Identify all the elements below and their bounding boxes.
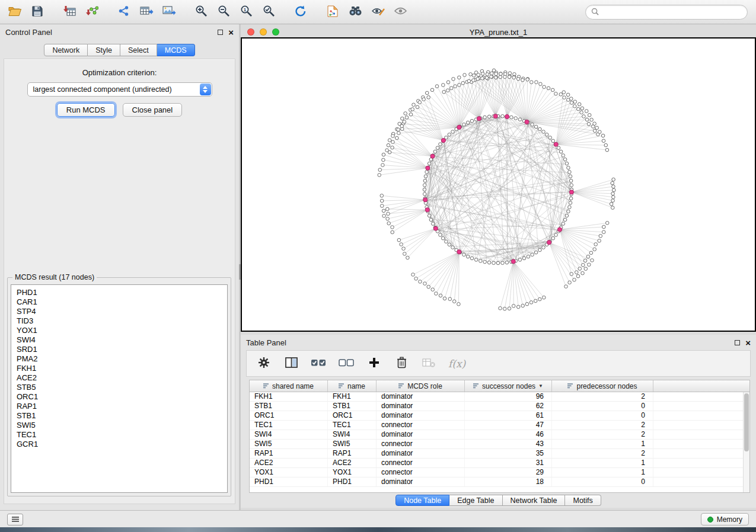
result-item[interactable]: SRD1 [11, 345, 227, 354]
table-scrollbar[interactable] [743, 392, 749, 492]
result-item[interactable]: PHD1 [11, 288, 227, 297]
column-header-shared-name[interactable]: shared name [250, 380, 328, 392]
table-row[interactable]: FKH1FKH1dominator962 [250, 392, 743, 402]
column-header-name[interactable]: name [328, 380, 377, 392]
zoom-selected-button[interactable] [257, 2, 280, 21]
network-canvas[interactable] [241, 37, 756, 332]
table-row[interactable]: YOX1YOX1connector291 [250, 468, 743, 477]
find-button[interactable] [344, 2, 366, 21]
network-window-title: YPA_prune.txt_1 [241, 28, 756, 37]
show-columns-icon [285, 357, 298, 370]
settings-gear-button[interactable] [256, 355, 272, 372]
show-columns-button[interactable] [283, 355, 299, 372]
control-panel: Control Panel × NetworkStyleSelectMCDS O… [0, 24, 239, 510]
close-table-panel-icon[interactable]: × [745, 338, 751, 347]
tab-mcds[interactable]: MCDS [157, 44, 195, 56]
table-row[interactable]: PHD1PHD1dominator180 [250, 477, 743, 487]
column-header-MCDS-role[interactable]: MCDS role [377, 380, 465, 392]
export-image-button[interactable] [158, 2, 180, 21]
zoom-selected-icon [263, 5, 275, 19]
close-panel-button[interactable]: Close panel [123, 103, 183, 117]
export-network-icon [117, 5, 130, 18]
table-row[interactable]: SWI5SWI5connector431 [250, 440, 743, 449]
memory-button[interactable]: Memory [701, 513, 749, 525]
table-row[interactable]: ACE2ACE2connector311 [250, 459, 743, 468]
control-panel-header: Control Panel × [0, 24, 239, 40]
table-row[interactable]: SWI4SWI4dominator462 [250, 430, 743, 440]
optimization-criterion-select[interactable]: largest connected component (undirected) [27, 82, 212, 97]
tab-select[interactable]: Select [120, 44, 157, 56]
annotation-button[interactable] [366, 2, 389, 21]
tab-motifs[interactable]: Motifs [565, 495, 601, 506]
result-item[interactable]: STB1 [11, 411, 227, 421]
result-item[interactable]: STP4 [11, 307, 227, 316]
result-item[interactable]: FKH1 [11, 364, 227, 373]
add-button[interactable] [366, 355, 382, 372]
import-table-button[interactable] [58, 2, 81, 21]
tab-edge-table[interactable]: Edge Table [449, 495, 502, 506]
result-item[interactable]: PMA2 [11, 354, 227, 364]
zoom-in-button[interactable] [190, 2, 212, 21]
tab-network[interactable]: Network [44, 44, 88, 56]
column-header-successor-nodes[interactable]: successor nodes▼ [465, 380, 552, 392]
share-document-button[interactable] [321, 2, 344, 21]
eye-button[interactable] [389, 2, 412, 21]
run-mcds-button[interactable]: Run MCDS [57, 103, 115, 117]
save-session-button[interactable] [26, 2, 49, 21]
zoom-in-icon [195, 5, 208, 19]
table-row[interactable]: TEC1TEC1connector472 [250, 421, 743, 430]
select-all-icon [311, 358, 327, 369]
import-network-button[interactable] [81, 2, 103, 21]
deselect-all-button[interactable] [339, 355, 355, 372]
network-titlebar: YPA_prune.txt_1 [241, 27, 756, 37]
table-row[interactable]: STB1STB1dominator620 [250, 402, 743, 411]
tab-style[interactable]: Style [88, 44, 120, 56]
table-row[interactable]: RAP1RAP1dominator352 [250, 449, 743, 459]
refresh-button[interactable] [289, 2, 312, 21]
node-table-header: shared namenameMCDS rolesuccessor nodes▼… [250, 380, 749, 392]
table-cell: dominator [377, 392, 465, 401]
float-table-panel-icon[interactable] [735, 340, 740, 345]
mcds-result-list[interactable]: PHD1CAR1STP4TID3YOX1SWI4SRD1PMA2FKH1ACE2… [11, 284, 228, 493]
table-row[interactable]: ORC1ORC1dominator610 [250, 411, 743, 421]
tab-node-table[interactable]: Node Table [395, 495, 449, 506]
table-cell: dominator [377, 477, 465, 486]
result-item[interactable]: YOX1 [11, 326, 227, 335]
result-item[interactable]: CAR1 [11, 297, 227, 307]
result-item[interactable]: SWI4 [11, 335, 227, 345]
zoom-out-button[interactable] [212, 2, 235, 21]
column-header-predecessor-nodes[interactable]: predecessor nodes [552, 380, 653, 392]
panel-menu-button[interactable] [7, 514, 23, 525]
close-panel-icon[interactable]: × [228, 28, 234, 37]
save-session-icon [32, 6, 43, 18]
export-network-button[interactable] [113, 2, 135, 21]
result-item[interactable]: TEC1 [11, 430, 227, 440]
result-item[interactable]: GCR1 [11, 440, 227, 449]
open-session-button[interactable] [4, 2, 26, 21]
table-cell: 31 [465, 459, 552, 467]
export-table-button[interactable] [135, 2, 158, 21]
select-all-button[interactable] [311, 355, 327, 372]
network-view-window: YPA_prune.txt_1 [241, 27, 756, 332]
result-item[interactable]: STB5 [11, 383, 227, 392]
result-item[interactable]: SWI5 [11, 421, 227, 430]
tab-network-table[interactable]: Network Table [503, 495, 566, 506]
result-item[interactable]: TID3 [11, 316, 227, 326]
table-scrollbar-thumb[interactable] [744, 393, 749, 451]
eye-icon [394, 7, 407, 17]
result-item[interactable]: ORC1 [11, 392, 227, 402]
search-input[interactable] [602, 8, 742, 17]
application-window: 1 Control Panel × NetworkStyleSelectMCDS… [0, 0, 756, 532]
toolbar-buttons: 1 [4, 2, 412, 21]
delete-button[interactable] [394, 355, 409, 372]
network-graph [242, 39, 755, 331]
table-cell: FKH1 [328, 392, 377, 401]
result-item[interactable]: RAP1 [11, 402, 227, 411]
table-cell: SWI5 [328, 440, 377, 448]
float-panel-icon[interactable] [218, 30, 223, 35]
column-header-label: predecessor nodes [576, 382, 637, 390]
result-item[interactable]: ACE2 [11, 373, 227, 383]
table-toolbar: f(x) [246, 350, 751, 377]
zoom-actual-size-button[interactable]: 1 [235, 2, 257, 21]
column-header-label: shared name [272, 382, 314, 390]
